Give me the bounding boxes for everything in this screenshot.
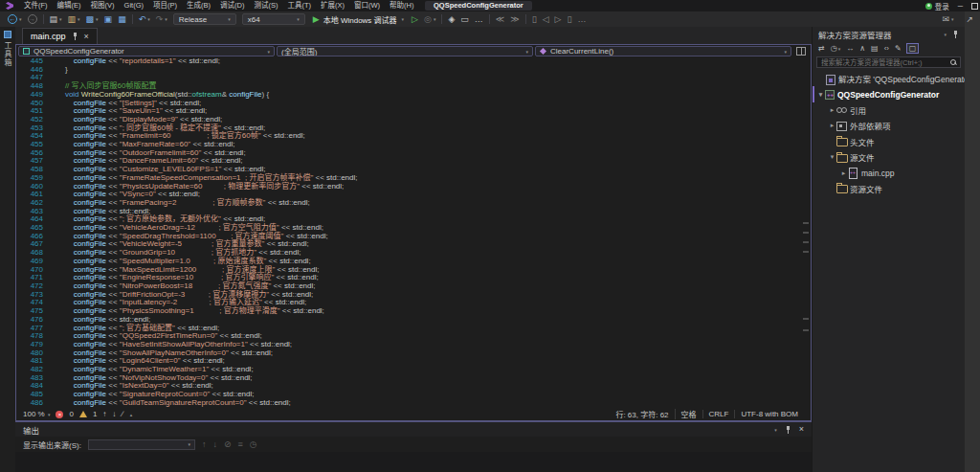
- indent-decrease-button[interactable]: ≪: [493, 11, 507, 27]
- clear-bookmarks-button[interactable]: ▯: [564, 11, 574, 27]
- menu-item[interactable]: 工具(T): [282, 0, 316, 11]
- tree-item-main.cpp[interactable]: ▸main.cpp: [813, 165, 965, 180]
- zoom-level-dropdown[interactable]: 100 % ▾: [23, 410, 50, 418]
- toggle-auto-scroll-icon[interactable]: ◷: [250, 439, 257, 449]
- find-window-button[interactable]: ▭: [457, 11, 472, 27]
- sync-with-active-document-button[interactable]: ↔: [845, 44, 855, 53]
- sign-in-button[interactable]: 登录: [925, 1, 949, 11]
- tab-main-cpp[interactable]: main.cpp ×: [22, 28, 98, 44]
- start-debugging-button[interactable]: ▶本地 Windows 调试器▾: [308, 14, 409, 25]
- caret-position[interactable]: 行: 63, 字符: 62: [610, 409, 674, 419]
- tree-item--[interactable]: ▾源文件: [813, 149, 965, 165]
- solution-configuration-dropdown[interactable]: Release▾: [173, 13, 236, 25]
- menu-item[interactable]: 生成(B): [182, 0, 215, 11]
- navigate-back-button[interactable]: ←▾: [5, 11, 25, 27]
- tree-item-label: 头文件: [850, 136, 875, 147]
- switch-views-button[interactable]: ⇄: [817, 44, 826, 53]
- tree-item--[interactable]: 头文件: [813, 134, 965, 149]
- solution-search-input[interactable]: [821, 58, 950, 67]
- menu-item[interactable]: 帮助(H): [385, 0, 418, 11]
- show-all-files-button[interactable]: ▤: [870, 44, 880, 53]
- edit-filter-button[interactable]: ✎: [894, 44, 902, 53]
- menu-item[interactable]: 测试(S): [249, 0, 282, 11]
- menu-item[interactable]: 视图(V): [86, 0, 120, 11]
- clear-all-icon[interactable]: ⊘: [224, 439, 232, 449]
- menu-item[interactable]: 文件(F): [19, 0, 53, 11]
- tree-item--[interactable]: ▸外部依赖项: [813, 118, 965, 133]
- code-scope-button[interactable]: ‹›: [883, 44, 890, 53]
- split-window-icon[interactable]: [796, 47, 806, 56]
- find-in-files-button[interactable]: ◈: [445, 11, 457, 27]
- next-issue-icon[interactable]: ↓: [112, 410, 116, 418]
- live-share-button[interactable]: ↗: [963, 11, 976, 27]
- line-ending[interactable]: CRLF: [702, 410, 735, 418]
- chevron-expanded-icon[interactable]: ▾: [828, 153, 836, 161]
- chevron-collapsed-icon[interactable]: ▸: [839, 169, 848, 177]
- close-icon[interactable]: ×: [84, 33, 89, 41]
- save-button[interactable]: ▣: [101, 11, 116, 27]
- add-item-button[interactable]: ▩▾: [83, 11, 101, 27]
- next-bookmark-button[interactable]: ▷: [552, 11, 565, 27]
- open-file-button[interactable]: ▥▾: [65, 11, 83, 27]
- pin-icon[interactable]: [72, 33, 78, 40]
- navbar-project-dropdown[interactable]: QQSpeedConfigGenerator ▾: [18, 46, 275, 56]
- preview-selected-items-button[interactable]: ▢: [906, 43, 920, 54]
- restore-button[interactable]: [971, 3, 978, 10]
- chevron-down-icon[interactable]: ▾: [774, 427, 777, 433]
- save-all-button[interactable]: ▦: [115, 11, 129, 27]
- solution-explorer-search[interactable]: [816, 56, 961, 68]
- undo-button[interactable]: ↶▾: [136, 11, 153, 27]
- toggle-bookmark-button[interactable]: ▯: [529, 11, 540, 27]
- chevron-up-icon[interactable]: ▴: [130, 412, 133, 417]
- previous-message-icon[interactable]: ↑: [202, 439, 207, 449]
- indent-increase-button[interactable]: ≫: [507, 11, 522, 27]
- error-count[interactable]: 0: [69, 410, 73, 418]
- menu-item[interactable]: 扩展(X): [316, 0, 349, 11]
- collapse-all-button[interactable]: ∧: [858, 44, 866, 53]
- toolbox-vertical-tab[interactable]: 工具箱: [2, 31, 12, 67]
- warning-count[interactable]: 1: [93, 410, 97, 418]
- toolbar-separator: [132, 14, 133, 24]
- tree-item-label: main.cpp: [861, 169, 895, 178]
- menu-item[interactable]: 编辑(E): [53, 0, 86, 11]
- navigate-forward-button[interactable]: →: [25, 11, 40, 27]
- file-encoding[interactable]: UTF-8 with BOM: [734, 410, 804, 418]
- indent-mode[interactable]: 空格: [675, 409, 702, 419]
- tree-item--[interactable]: 资源文件: [813, 181, 965, 196]
- start-without-debugging-button[interactable]: ▷: [409, 11, 421, 27]
- next-message-icon[interactable]: ↓: [212, 439, 217, 449]
- previous-bookmark-button[interactable]: ◁: [540, 11, 552, 27]
- menu-item[interactable]: Git(G): [120, 0, 148, 11]
- output-content[interactable]: [15, 452, 812, 472]
- filter-pending-changes-button[interactable]: ◷▾: [830, 44, 842, 53]
- more-commands-button[interactable]: …: [472, 11, 486, 27]
- attach-to-process-button[interactable]: ◎▾: [421, 11, 438, 27]
- editor-scrollbar[interactable]: [802, 57, 811, 408]
- pin-icon[interactable]: [785, 426, 791, 434]
- previous-issue-icon[interactable]: ↑: [102, 410, 106, 418]
- tree-item--qqspeedconfiggenerator-1-[interactable]: 解决方案 'QQSpeedConfigGenerator' (1 个项目): [813, 71, 965, 86]
- menu-item[interactable]: 项目(P): [148, 0, 182, 11]
- word-wrap-icon[interactable]: ≡: [237, 439, 242, 449]
- new-file-button[interactable]: ▤▾: [47, 11, 65, 27]
- chevron-collapsed-icon[interactable]: ▸: [828, 106, 836, 114]
- tree-item-qqspeedconfiggenerator[interactable]: ▾QQSpeedConfigGenerator: [813, 86, 965, 101]
- navbar-scope-dropdown[interactable]: (全局范围) ▾: [277, 46, 533, 56]
- solution-platform-dropdown[interactable]: x64▾: [242, 13, 305, 25]
- menu-item[interactable]: 调试(D): [215, 0, 249, 11]
- pin-icon[interactable]: [952, 31, 959, 38]
- chevron-collapsed-icon[interactable]: ▸: [828, 122, 836, 129]
- minimize-button[interactable]: ─: [958, 2, 963, 11]
- tree-item--[interactable]: ▸引用: [813, 102, 965, 118]
- more-commands-overflow-button[interactable]: …: [574, 11, 589, 27]
- code-editor[interactable]: 445 configFile << "reportdetails=1" << s…: [16, 57, 811, 408]
- clean-document-icon[interactable]: ∕: [122, 410, 122, 418]
- send-feedback-button[interactable]: ✉▾: [939, 11, 956, 27]
- menu-item[interactable]: 窗口(W): [349, 0, 385, 11]
- redo-button[interactable]: ↷▾: [153, 11, 170, 27]
- output-source-dropdown[interactable]: ▾: [88, 439, 195, 450]
- chevron-expanded-icon[interactable]: ▾: [816, 91, 825, 99]
- close-icon[interactable]: ×: [799, 425, 804, 434]
- chevron-down-icon[interactable]: ▾: [944, 32, 947, 37]
- navbar-member-dropdown[interactable]: ClearCurrentLine() ▾: [535, 46, 791, 56]
